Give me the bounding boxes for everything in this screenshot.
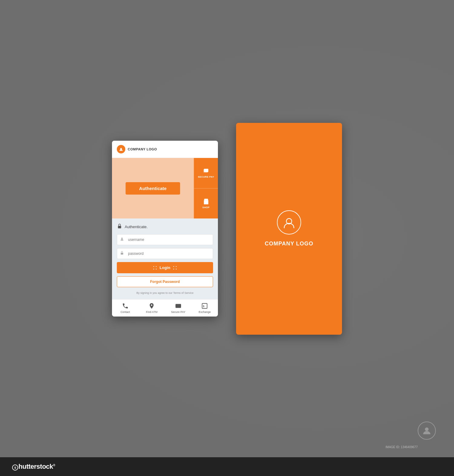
svg-point-7: [121, 238, 123, 239]
nav-find-atm-label: Find ATM: [146, 310, 157, 314]
header-company-logo-text: COMPANY LOGO: [128, 147, 157, 151]
nav-item-exchange[interactable]: $ Exchange: [192, 303, 218, 314]
login-section-title: Authenticate.: [125, 225, 148, 229]
right-logo-circle: [277, 210, 301, 235]
brand-logo-circle: s: [12, 465, 18, 471]
password-input-wrapper: [117, 248, 213, 259]
svg-rect-3: [204, 170, 208, 172]
login-section-header: Authenticate.: [117, 223, 213, 230]
image-id-text: IMAGE ID: 1346409677: [386, 445, 418, 449]
phone-hero: Authenticate SECURE PAY: [112, 158, 218, 218]
user-icon: [120, 237, 124, 242]
hero-left: Authenticate: [112, 158, 194, 218]
left-phone-mockup: COMPANY LOGO Authenticate SECURE PAY: [112, 141, 218, 317]
authenticate-button[interactable]: Authenticate: [126, 182, 180, 195]
secure-pay-item[interactable]: SECURE PAY: [194, 158, 218, 189]
lock-icon: [117, 223, 122, 230]
secure-pay-label: SECURE PAY: [198, 176, 214, 178]
forgot-password-button[interactable]: Forgot Password: [117, 276, 213, 287]
password-input[interactable]: [117, 248, 213, 259]
svg-rect-8: [121, 253, 123, 254]
svg-text:$: $: [203, 305, 205, 308]
nav-exchange-label: Exchange: [199, 310, 211, 314]
phone-header: COMPANY LOGO: [112, 141, 218, 158]
right-company-logo-text: COMPANY LOGO: [265, 241, 313, 247]
nav-secure-pay-label: Secure PAY: [171, 310, 186, 314]
bottom-right-avatar: [418, 422, 436, 440]
bottom-nav: Contact Find ATM Secure PAY $: [112, 299, 218, 317]
svg-rect-9: [176, 304, 181, 308]
right-phone-mockup: COMPANY LOGO: [236, 123, 342, 335]
nav-item-find-atm[interactable]: Find ATM: [139, 303, 165, 314]
terms-text: By signing in you agree to our Terms of …: [117, 291, 213, 294]
svg-point-0: [120, 148, 122, 149]
nav-item-secure-pay[interactable]: Secure PAY: [165, 303, 192, 314]
svg-point-6: [119, 227, 120, 227]
login-button[interactable]: Login: [117, 262, 213, 273]
svg-point-15: [425, 428, 429, 431]
bottom-bar: shutterstock®: [0, 457, 454, 476]
brand-logo: shutterstock®: [12, 463, 55, 471]
login-section: Authenticate.: [112, 218, 218, 299]
password-lock-icon: [120, 251, 124, 256]
username-input[interactable]: [117, 234, 213, 245]
login-button-label: Login: [160, 265, 170, 270]
nav-contact-label: Contact: [120, 310, 130, 314]
shop-label: SHOP: [202, 206, 210, 209]
hero-right: SECURE PAY SHOP: [194, 158, 218, 218]
svg-rect-11: [176, 307, 177, 307]
username-input-wrapper: [117, 234, 213, 245]
nav-item-contact[interactable]: Contact: [112, 303, 139, 314]
shop-item[interactable]: SHOP: [194, 189, 218, 219]
logo-circle: [117, 145, 125, 153]
